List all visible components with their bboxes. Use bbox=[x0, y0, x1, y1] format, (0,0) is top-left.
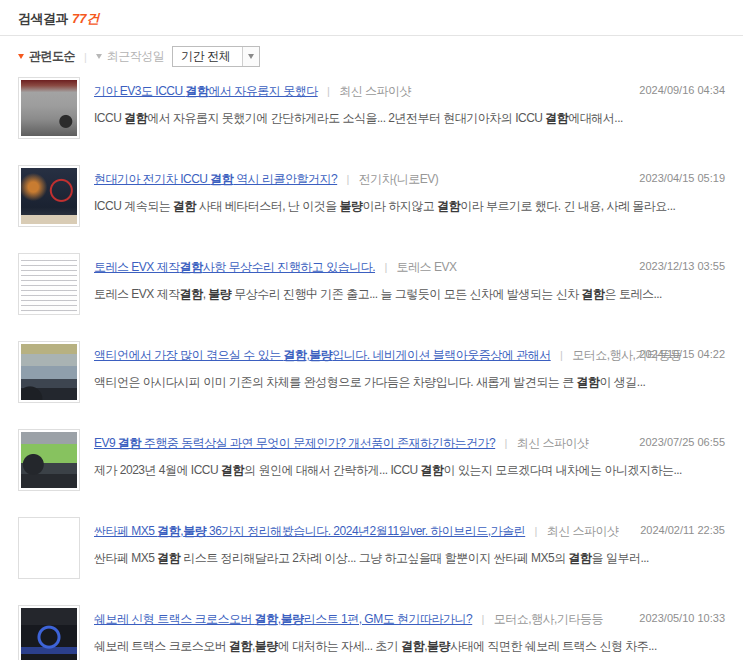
results-header: 검색결과77건 bbox=[0, 0, 743, 36]
sort-recent-label: 최근작성일 bbox=[107, 48, 165, 65]
post-snippet: 싼타페 MX5 결함 리스트 정리해달라고 2차례 이상... 그냥 하고싶을때… bbox=[94, 550, 725, 567]
result-item: 액티언에서 가장 많이 겪으실 수 있는 결함,불량입니다. 네비게이션 블랙아… bbox=[18, 341, 725, 403]
results-list: 기아 EV3도 ICCU 결함에서 자유롭지 못했다 | 최신 스파이샷 ICC… bbox=[0, 77, 743, 660]
period-select-value: 기간 전체 bbox=[173, 47, 242, 66]
post-date: 2023/07/25 06:55 bbox=[639, 436, 725, 448]
result-item: EV9 결함 주행중 동력상실 과연 무엇이 문제인가? 개선품이 존재하긴하는… bbox=[18, 429, 725, 491]
result-body: EV9 결함 주행중 동력상실 과연 무엇이 문제인가? 개선품이 존재하긴하는… bbox=[94, 429, 725, 479]
post-source: 토레스 EVX bbox=[397, 260, 457, 274]
post-date: 2024/02/11 22:35 bbox=[640, 524, 725, 536]
post-date: 2023/12/13 03:55 bbox=[639, 260, 725, 272]
post-title-link[interactable]: 현대기아 전기차 ICCU 결함 역시 리콜안할거지? bbox=[94, 172, 337, 186]
title-source-divider: | bbox=[347, 173, 350, 185]
result-body: 쉐보레 신형 트랙스 크로스오버 결함,불량리스트 1편, GM도 현기따라가니… bbox=[94, 605, 725, 655]
result-item: 기아 EV3도 ICCU 결함에서 자유롭지 못했다 | 최신 스파이샷 ICC… bbox=[18, 77, 725, 139]
title-source-divider: | bbox=[384, 261, 387, 273]
result-title-line: 싼타페 MX5 결함,불량 36가지 정리해봤습니다. 2024년2월11일ve… bbox=[94, 523, 725, 540]
result-item: 토레스 EVX 제작결함사항 무상수리 진행하고 있습니다. | 토레스 EVX… bbox=[18, 253, 725, 315]
title-source-divider: | bbox=[505, 437, 508, 449]
post-title-link[interactable]: 액티언에서 가장 많이 겪으실 수 있는 결함,불량입니다. 네비게이션 블랙아… bbox=[94, 348, 551, 362]
chevron-down-icon bbox=[242, 47, 259, 66]
result-body: 싼타페 MX5 결함,불량 36가지 정리해봤습니다. 2024년2월11일ve… bbox=[94, 517, 725, 567]
post-thumbnail[interactable] bbox=[18, 253, 80, 315]
sort-recent-button[interactable]: 최근작성일 bbox=[96, 48, 165, 65]
title-source-divider: | bbox=[327, 85, 330, 97]
post-date: 2024/10/15 04:22 bbox=[639, 348, 725, 360]
results-count: 77건 bbox=[72, 11, 99, 26]
post-date: 2024/09/16 04:34 bbox=[639, 84, 725, 96]
search-results-page: 검색결과77건 관련도순 | 최근작성일 기간 전체 기아 EV3도 ICCU … bbox=[0, 0, 743, 660]
post-snippet: ICCU 계속되는 결함 사태 베타터스터, 난 이것을 불량이라 하지않고 결… bbox=[94, 198, 725, 215]
title-source-divider: | bbox=[482, 613, 485, 625]
post-source: 최신 스파이샷 bbox=[517, 436, 589, 450]
post-snippet: 쉐보레 트랙스 크로스오버 결함,불량에 대처하는 자세... 초기 결함,불량… bbox=[94, 638, 725, 655]
sort-toolbar: 관련도순 | 최근작성일 기간 전체 bbox=[0, 36, 743, 69]
post-thumbnail[interactable] bbox=[18, 429, 80, 491]
post-source: 최신 스파이샷 bbox=[339, 84, 411, 98]
post-snippet: 액티언은 아시다시피 이미 기존의 차체를 완성형으로 가다듬은 차량입니다. … bbox=[94, 374, 725, 391]
caret-down-icon bbox=[96, 54, 102, 59]
title-source-divider: | bbox=[560, 349, 563, 361]
post-source: 모터쇼,행사,기타등등 bbox=[494, 612, 603, 626]
result-body: 현대기아 전기차 ICCU 결함 역시 리콜안할거지? | 전기차(니로EV) … bbox=[94, 165, 725, 215]
result-title-line: EV9 결함 주행중 동력상실 과연 무엇이 문제인가? 개선품이 존재하긴하는… bbox=[94, 435, 725, 452]
results-label: 검색결과 bbox=[18, 11, 68, 26]
result-item: 쉐보레 신형 트랙스 크로스오버 결함,불량리스트 1편, GM도 현기따라가니… bbox=[18, 605, 725, 660]
sort-relevance-button[interactable]: 관련도순 bbox=[18, 48, 75, 65]
post-thumbnail[interactable] bbox=[18, 77, 80, 139]
post-thumbnail[interactable] bbox=[18, 165, 80, 227]
result-item: 현대기아 전기차 ICCU 결함 역시 리콜안할거지? | 전기차(니로EV) … bbox=[18, 165, 725, 227]
post-title-link[interactable]: EV9 결함 주행중 동력상실 과연 무엇이 문제인가? 개선품이 존재하긴하는… bbox=[94, 436, 495, 450]
result-title-line: 쉐보레 신형 트랙스 크로스오버 결함,불량리스트 1편, GM도 현기따라가니… bbox=[94, 611, 725, 628]
post-source: 최신 스파이샷 bbox=[547, 524, 619, 538]
result-item: 싼타페 MX5 결함,불량 36가지 정리해봤습니다. 2024년2월11일ve… bbox=[18, 517, 725, 579]
toolbar-divider: | bbox=[84, 51, 87, 63]
result-title-line: 액티언에서 가장 많이 겪으실 수 있는 결함,불량입니다. 네비게이션 블랙아… bbox=[94, 347, 725, 364]
result-body: 기아 EV3도 ICCU 결함에서 자유롭지 못했다 | 최신 스파이샷 ICC… bbox=[94, 77, 725, 127]
post-date: 2023/04/15 05:19 bbox=[639, 172, 725, 184]
result-body: 토레스 EVX 제작결함사항 무상수리 진행하고 있습니다. | 토레스 EVX… bbox=[94, 253, 725, 303]
post-source: 전기차(니로EV) bbox=[359, 172, 439, 186]
post-date: 2023/05/10 10:33 bbox=[639, 612, 725, 624]
post-thumbnail[interactable] bbox=[18, 517, 80, 579]
post-snippet: 제가 2023년 4월에 ICCU 결함의 원인에 대해서 간략하게... IC… bbox=[94, 462, 725, 479]
result-title-line: 현대기아 전기차 ICCU 결함 역시 리콜안할거지? | 전기차(니로EV) bbox=[94, 171, 725, 188]
post-title-link[interactable]: 싼타페 MX5 결함,불량 36가지 정리해봤습니다. 2024년2월11일ve… bbox=[94, 524, 525, 538]
title-source-divider: | bbox=[535, 525, 538, 537]
period-select[interactable]: 기간 전체 bbox=[172, 46, 260, 67]
result-title-line: 기아 EV3도 ICCU 결함에서 자유롭지 못했다 | 최신 스파이샷 bbox=[94, 83, 725, 100]
post-snippet: 토레스 EVX 제작결함, 불량 무상수리 진행中 기존 출고... 늘 그렇듯… bbox=[94, 286, 725, 303]
post-thumbnail[interactable] bbox=[18, 341, 80, 403]
result-title-line: 토레스 EVX 제작결함사항 무상수리 진행하고 있습니다. | 토레스 EVX bbox=[94, 259, 725, 276]
post-title-link[interactable]: 쉐보레 신형 트랙스 크로스오버 결함,불량리스트 1편, GM도 현기따라가니… bbox=[94, 612, 472, 626]
caret-down-icon bbox=[18, 54, 24, 59]
result-body: 액티언에서 가장 많이 겪으실 수 있는 결함,불량입니다. 네비게이션 블랙아… bbox=[94, 341, 725, 391]
post-thumbnail[interactable] bbox=[18, 605, 80, 660]
sort-relevance-label: 관련도순 bbox=[29, 48, 75, 65]
post-title-link[interactable]: 토레스 EVX 제작결함사항 무상수리 진행하고 있습니다. bbox=[94, 260, 375, 274]
post-title-link[interactable]: 기아 EV3도 ICCU 결함에서 자유롭지 못했다 bbox=[94, 84, 318, 98]
post-snippet: ICCU 결함에서 자유롭지 못했기에 간단하게라도 소식을... 2년전부터 … bbox=[94, 110, 725, 127]
